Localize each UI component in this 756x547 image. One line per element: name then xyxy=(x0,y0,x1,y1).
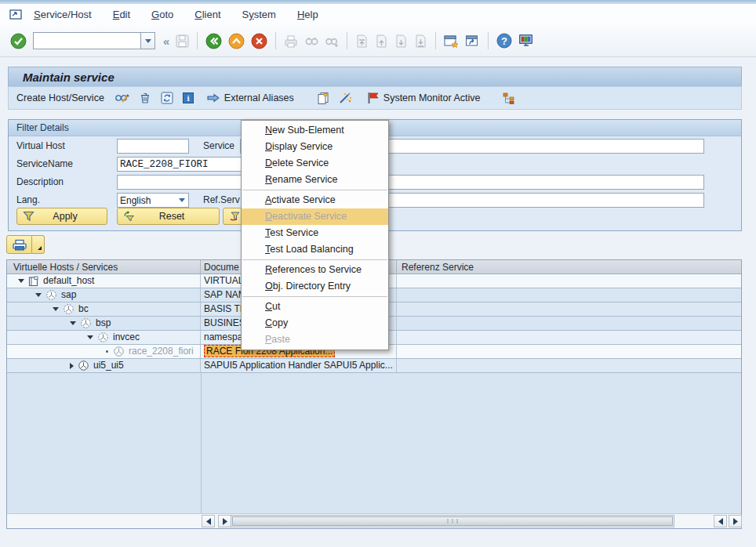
menu-edit[interactable]: Edit xyxy=(113,9,130,20)
service-node-icon xyxy=(80,317,92,329)
menu-goto[interactable]: Goto xyxy=(151,9,173,20)
sap-gui-window: Service/Host Edit Goto Client System Hel… xyxy=(0,0,756,547)
filter-details-title: Filter Details xyxy=(16,122,69,133)
svg-text:?: ? xyxy=(501,35,507,47)
ref-cell xyxy=(397,302,741,316)
info-icon[interactable]: i xyxy=(182,92,194,104)
menu-item-new-sub-element[interactable]: New Sub-Element xyxy=(242,122,388,139)
hierarchy-icon[interactable] xyxy=(502,92,516,105)
ref-cell xyxy=(397,274,741,288)
standard-toolbar: « xyxy=(0,25,756,57)
cancel-button[interactable] xyxy=(250,32,268,50)
menu-bar: Service/Host Edit Goto Client System Hel… xyxy=(0,4,756,26)
command-dropdown-icon[interactable] xyxy=(140,32,155,49)
scrollbar-track[interactable] xyxy=(231,515,674,527)
application-toolbar: Create Host/Service i External Aliases S… xyxy=(8,86,742,110)
delete-icon[interactable] xyxy=(138,91,152,105)
column-header-referenz-service[interactable]: Referenz Service xyxy=(397,260,741,274)
collapse-expander-icon[interactable] xyxy=(18,279,24,283)
last-page-button[interactable] xyxy=(413,34,428,49)
help-button[interactable]: ? xyxy=(496,32,513,49)
find-button[interactable] xyxy=(303,34,319,49)
previous-page-button[interactable] xyxy=(374,34,389,49)
customize-layout-button[interactable] xyxy=(518,33,535,49)
language-select[interactable]: English xyxy=(117,193,189,208)
collapse-expander-icon[interactable] xyxy=(70,321,76,325)
menu-item-deactivate-service[interactable]: Deactivate Service xyxy=(242,208,388,225)
service-node-icon xyxy=(63,303,75,315)
screen-menu-icon[interactable] xyxy=(9,9,23,20)
exit-button[interactable] xyxy=(227,32,245,50)
external-aliases-button[interactable]: External Aliases xyxy=(224,92,294,103)
servicename-label: ServiceName xyxy=(16,157,73,172)
external-aliases-arrow-icon[interactable] xyxy=(206,92,220,103)
expand-expander-icon[interactable] xyxy=(70,363,74,369)
servicename-input[interactable] xyxy=(117,157,242,172)
collapse-expander-icon[interactable] xyxy=(35,293,42,297)
menu-item-copy[interactable]: Copy xyxy=(242,315,388,331)
collapse-expander-icon[interactable] xyxy=(87,335,93,339)
enter-button[interactable] xyxy=(9,32,27,50)
menu-help[interactable]: Help xyxy=(297,9,318,20)
menu-separator xyxy=(242,259,387,260)
service-node-icon xyxy=(78,360,89,371)
refresh-icon[interactable] xyxy=(160,91,174,105)
print-options-dropdown[interactable] xyxy=(32,235,45,254)
menu-item-references-to-service[interactable]: References to Service xyxy=(242,262,388,278)
menu-service-host[interactable]: Service/Host xyxy=(34,9,92,20)
ref-cell xyxy=(397,359,741,372)
dropdown-corner-icon xyxy=(38,246,42,250)
find-next-button[interactable] xyxy=(324,34,340,49)
collapse-toolbar-icon[interactable]: « xyxy=(163,34,169,48)
menu-item-paste[interactable]: Paste xyxy=(242,331,388,348)
filter-icon xyxy=(23,211,35,222)
menu-item-test-load-balancing[interactable]: Test Load Balancing xyxy=(242,241,388,258)
language-dropdown-icon[interactable] xyxy=(176,194,188,207)
display-change-icon[interactable] xyxy=(113,91,130,105)
scroll-left-button[interactable] xyxy=(202,515,215,527)
menu-item-delete-service[interactable]: Delete Service xyxy=(242,155,388,172)
create-host-service-button[interactable]: Create Host/Service xyxy=(16,92,104,103)
service-node-icon-inactive xyxy=(113,346,125,357)
new-session-button[interactable] xyxy=(443,34,460,49)
first-page-button[interactable] xyxy=(354,34,369,49)
virtual-host-input[interactable] xyxy=(117,139,189,154)
next-page-button[interactable] xyxy=(394,34,409,49)
menu-item-obj-directory-entry[interactable]: Obj. Directory Entry xyxy=(242,278,388,295)
menu-system[interactable]: System xyxy=(242,9,276,20)
scrollbar-thumb[interactable] xyxy=(232,516,673,526)
menu-client[interactable]: Client xyxy=(194,9,220,20)
system-monitor-active-label: System Monitor Active xyxy=(383,92,481,103)
menu-item-activate-service[interactable]: Activate Service xyxy=(242,192,388,208)
create-shortcut-button[interactable] xyxy=(464,34,481,49)
column-header-hosts-services[interactable]: Virtuelle Hosts / Services xyxy=(7,260,201,274)
apply-filter-button[interactable]: Apply xyxy=(16,208,107,225)
host-book-icon xyxy=(28,276,39,287)
save-button[interactable] xyxy=(175,34,190,49)
ref-cell xyxy=(397,331,741,344)
scroll-right-button[interactable] xyxy=(218,515,231,527)
menu-item-cut[interactable]: Cut xyxy=(242,299,388,315)
collapse-expander-icon[interactable] xyxy=(53,307,59,311)
service-node-icon xyxy=(97,331,109,343)
copy-pages-icon[interactable] xyxy=(316,91,330,105)
command-input[interactable] xyxy=(33,32,140,49)
doc-cell: SAPUI5 Application Handler SAPUI5 Applic… xyxy=(201,359,397,372)
back-button[interactable] xyxy=(205,32,223,50)
tree-row-ui5-ui5[interactable]: ui5_ui5 SAPUI5 Application Handler SAPUI… xyxy=(7,359,741,373)
print-button[interactable] xyxy=(283,34,299,49)
menu-item-rename-service[interactable]: Rename Service xyxy=(242,172,388,188)
reset-filter-button[interactable]: Reset xyxy=(117,208,220,225)
menu-item-test-service[interactable]: Test Service xyxy=(242,225,388,241)
thumb-grip-icon xyxy=(446,519,459,523)
print-tree-split-button xyxy=(6,235,45,254)
scroll-left-button-right-pane[interactable] xyxy=(714,515,727,527)
description-input[interactable] xyxy=(117,175,704,190)
menu-item-display-service[interactable]: Display Service xyxy=(242,139,388,155)
print-tree-button[interactable] xyxy=(6,235,32,254)
description-label: Description xyxy=(16,175,64,190)
leaf-bullet-icon xyxy=(106,350,108,353)
ref-cell xyxy=(397,345,741,358)
scroll-right-button-right-pane[interactable] xyxy=(729,515,742,527)
wizard-icon[interactable] xyxy=(338,91,353,105)
